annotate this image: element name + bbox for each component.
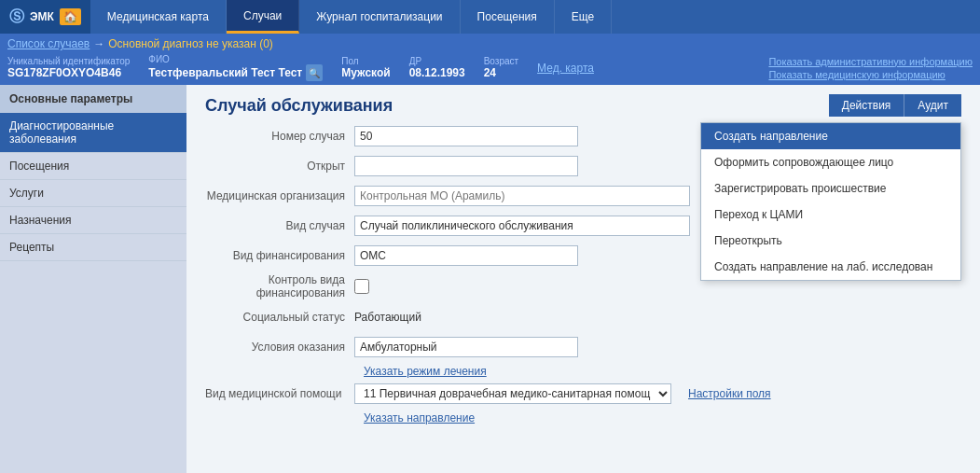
link-rezhim-lecheniya[interactable]: Указать режим лечения: [364, 365, 961, 378]
patient-med-karta-link[interactable]: Мед. карта: [537, 62, 594, 75]
nav-items: Медицинская карта Случаи Журнал госпитал…: [90, 0, 980, 34]
med-org-input[interactable]: [354, 186, 690, 206]
patient-pol-label: Пол: [341, 56, 390, 66]
nomer-input[interactable]: [354, 126, 578, 146]
patient-fio-field: ФИО Тестфевральский Тест Тест 🔍: [148, 54, 323, 81]
patient-dr-field: ДР 08.12.1993: [409, 56, 465, 79]
patient-pol-field: Пол Мужской: [341, 56, 390, 79]
dropdown-item-accompany[interactable]: Оформить сопровождающее лицо: [701, 149, 960, 175]
form-row-vid-med-pomoshi: Вид медицинской помощи 11 Первичная довр…: [205, 382, 961, 406]
med-org-label: Медицинская организация: [205, 189, 354, 202]
dropdown-item-goto-cami[interactable]: Переход к ЦАМИ: [701, 202, 960, 228]
nav-item-sluchai[interactable]: Случаи: [227, 0, 299, 34]
patient-pol-value: Мужской: [341, 66, 390, 79]
sidebar-item-recepty[interactable]: Рецепты: [0, 234, 186, 261]
breadcrumb: Список случаев → Основной диагноз не ука…: [7, 37, 973, 50]
patient-dr-label: ДР: [409, 56, 465, 66]
patient-uid-value: SG178ZF0OXYO4B46: [7, 66, 130, 79]
nav-item-med-karta[interactable]: Медицинская карта: [90, 0, 227, 34]
usloviya-label: Условия оказания: [205, 341, 354, 354]
nomer-label: Номер случая: [205, 130, 354, 143]
patient-dr-value: 08.12.1993: [409, 66, 465, 79]
breadcrumb-arrow: →: [93, 37, 104, 50]
logo-text: ЭМК: [30, 10, 54, 23]
form-row-usloviya: Условия оказания: [205, 335, 961, 359]
nastroyki-polya-link[interactable]: Настройки поля: [688, 387, 771, 400]
nav-item-poseshenia[interactable]: Посещения: [461, 0, 555, 34]
actions-button[interactable]: Действия: [829, 94, 904, 117]
sidebar-header: Основные параметры: [0, 85, 186, 113]
patient-admin-info-link[interactable]: Показать административную информацию: [768, 56, 973, 67]
logo-icon: Ⓢ: [9, 7, 24, 27]
sidebar-item-naznachenia[interactable]: Назначения: [0, 207, 186, 234]
form-row-soc-status: Социальный статус Работающий: [205, 305, 961, 329]
usloviya-input[interactable]: [354, 337, 578, 357]
patient-bar: Список случаев → Основной диагноз не ука…: [0, 34, 980, 85]
patient-info: Уникальный идентификатор SG178ZF0OXYO4B4…: [7, 54, 973, 81]
link-napravlenie[interactable]: Указать направление: [364, 411, 961, 424]
patient-med-info-link[interactable]: Показать медицинскую информацию: [768, 69, 973, 80]
sidebar: Основные параметры Диагностированные заб…: [0, 85, 186, 473]
patient-uid-label: Уникальный идентификатор: [7, 56, 130, 66]
top-navigation: Ⓢ ЭМК 🏠 Медицинская карта Случаи Журнал …: [0, 0, 980, 34]
main-content: Основные параметры Диагностированные заб…: [0, 85, 980, 473]
dropdown-item-register-incident[interactable]: Зарегистрировать происшествие: [701, 175, 960, 202]
dropdown-item-create-direction[interactable]: Создать направление: [701, 123, 960, 149]
audit-button[interactable]: Аудит: [904, 94, 961, 117]
top-right-area: Действия Аудит Создать направление Оформ…: [829, 94, 961, 117]
patient-vozrast-label: Возраст: [484, 56, 518, 66]
soc-status-value: Работающий: [354, 309, 421, 326]
sidebar-item-poseshenia[interactable]: Посещения: [0, 153, 186, 180]
patient-vozrast-value: 24: [484, 66, 518, 79]
patient-vozrast-field: Возраст 24: [484, 56, 518, 79]
logo: Ⓢ ЭМК 🏠: [0, 0, 90, 34]
case-title-bar: Случай обслуживания Действия Аудит Созда…: [205, 94, 961, 117]
patient-links: Показать административную информацию Пок…: [768, 56, 973, 80]
vid-fin-input[interactable]: [354, 245, 578, 266]
dropdown-menu: Создать направление Оформить сопровождаю…: [700, 122, 961, 281]
nav-item-eshche[interactable]: Еще: [555, 0, 612, 34]
nav-item-journal[interactable]: Журнал госпитализации: [299, 0, 460, 34]
kontrol-checkbox[interactable]: [354, 279, 369, 294]
breadcrumb-link-sluchai[interactable]: Список случаев: [7, 37, 90, 50]
patient-uid-field: Уникальный идентификатор SG178ZF0OXYO4B4…: [7, 56, 130, 79]
dropdown-item-lab-direction[interactable]: Создать направление на лаб. исследован: [701, 254, 960, 280]
vid-sluchaya-input[interactable]: [354, 216, 690, 236]
action-btn-group: Действия Аудит: [829, 94, 961, 117]
otkryt-input[interactable]: [354, 156, 578, 176]
form-area: Случай обслуживания Действия Аудит Созда…: [186, 85, 980, 473]
soc-status-label: Социальный статус: [205, 311, 354, 324]
kontrol-label: Контроль вида финансирования: [205, 273, 354, 299]
patient-fio-value: Тестфевральский Тест Тест 🔍: [148, 64, 323, 81]
patient-med-karta-field: Мед. карта: [537, 62, 594, 75]
page-title: Случай обслуживания: [205, 96, 393, 116]
otkryt-label: Открыт: [205, 160, 354, 173]
vid-med-pomoshi-select[interactable]: 11 Первичная доврачебная медико-санитарн…: [354, 383, 671, 404]
vid-sluchaya-label: Вид случая: [205, 219, 354, 232]
breadcrumb-warning: Основной диагноз не указан (0): [108, 37, 273, 50]
patient-search-button[interactable]: 🔍: [306, 64, 323, 81]
home-icon[interactable]: 🏠: [60, 8, 81, 25]
dropdown-item-reopen[interactable]: Переоткрыть: [701, 228, 960, 254]
vid-med-pomoshi-label: Вид медицинской помощи: [205, 387, 354, 400]
vid-fin-label: Вид финансирования: [205, 249, 354, 262]
sidebar-item-diagnozy[interactable]: Диагностированные заболевания: [0, 113, 186, 153]
sidebar-item-uslugi[interactable]: Услуги: [0, 180, 186, 207]
patient-fio-label: ФИО: [148, 54, 323, 64]
